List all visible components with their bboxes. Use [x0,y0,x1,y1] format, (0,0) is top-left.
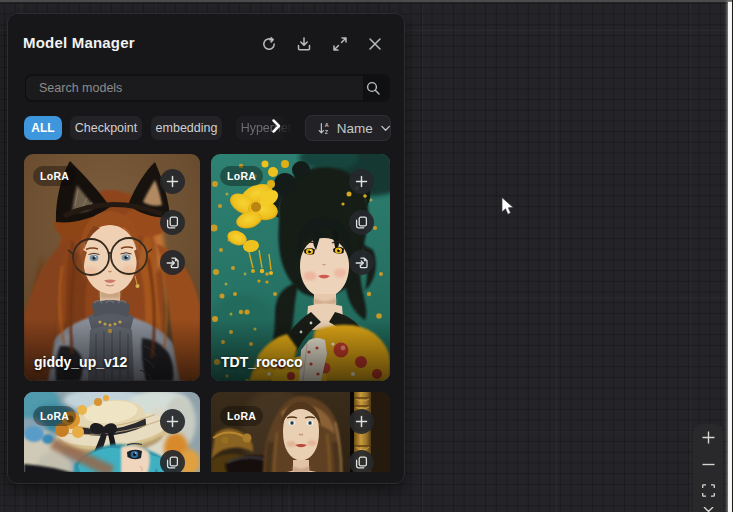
svg-text:Z: Z [325,128,329,134]
svg-text:A: A [325,122,329,128]
